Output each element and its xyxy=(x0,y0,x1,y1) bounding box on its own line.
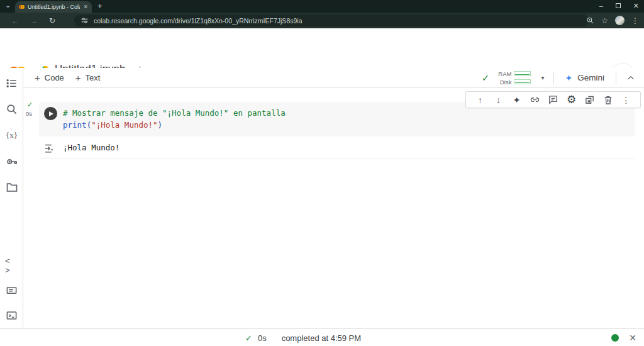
cell-more-options-icon[interactable]: ⋮ xyxy=(617,92,635,108)
output-icon[interactable] xyxy=(43,143,55,154)
resource-monitor[interactable]: RAM Disk xyxy=(498,70,531,86)
table-of-contents-icon[interactable] xyxy=(5,77,18,90)
divider xyxy=(553,72,554,84)
browser-tab[interactable]: Untitled1.ipynb - Colab ✕ xyxy=(15,1,92,13)
zoom-icon[interactable] xyxy=(586,16,594,25)
collapse-header-icon[interactable] xyxy=(626,74,635,82)
window-controls: – ✕ xyxy=(599,0,639,11)
new-tab-button[interactable]: + xyxy=(97,1,103,11)
ram-label: RAM xyxy=(498,70,511,77)
code-cell[interactable]: # Mostrar mensaje de "¡Hola Mundo!" en p… xyxy=(39,102,635,159)
files-folder-icon[interactable] xyxy=(5,181,18,194)
play-icon xyxy=(49,111,53,116)
status-check-icon: ✓ xyxy=(245,333,252,343)
status-bar-right: ✕ xyxy=(611,329,636,346)
move-cell-up-icon[interactable]: ↑ xyxy=(471,92,489,108)
run-cell-button[interactable] xyxy=(44,107,57,120)
browser-menu-icon[interactable]: ⋮ xyxy=(631,16,639,25)
add-text-label: Text xyxy=(86,73,101,82)
browser-toolbar: ← → ↻ colab.research.google.com/drive/1l… xyxy=(0,13,644,28)
cell-output-area: ¡Hola Mundo! xyxy=(39,137,635,159)
colab-favicon xyxy=(19,5,25,9)
disk-usage-bar xyxy=(514,79,531,84)
code-comment: # Mostrar mensaje de "¡Hola Mundo!" en p… xyxy=(63,108,286,118)
window-close-icon[interactable]: ✕ xyxy=(633,2,639,10)
tab-search-icon[interactable]: ⌄ xyxy=(5,1,11,9)
terminal-icon[interactable] xyxy=(5,309,18,322)
notebook-toolbar: + Code + Text ✓ RAM Disk ▾ ✦ Gemini xyxy=(23,68,644,88)
code-lines[interactable]: # Mostrar mensaje de "¡Hola Mundo!" en p… xyxy=(63,107,635,131)
browser-tab-strip: ⌄ Untitled1.ipynb - Colab ✕ + – ✕ xyxy=(0,0,644,13)
code-snippets-icon[interactable]: < > xyxy=(5,259,18,272)
cell-toolbar: ↑ ↓ ✦ ⚙ ⋮ xyxy=(465,91,641,108)
left-sidebar: {x} < > xyxy=(0,68,23,328)
code-string: "¡Hola Mundo!" xyxy=(91,120,157,130)
bookmark-star-icon[interactable]: ☆ xyxy=(601,16,608,25)
gemini-sparkle-icon: ✦ xyxy=(565,73,573,83)
status-bar: ✓ 0s completed at 4:59 PM ✕ xyxy=(0,328,644,346)
mirror-cell-icon[interactable] xyxy=(580,92,599,108)
add-text-button[interactable]: + Text xyxy=(75,72,101,83)
tab-title: Untitled1.ipynb - Colab xyxy=(28,4,80,10)
variables-icon[interactable]: {x} xyxy=(5,128,18,142)
url-text: colab.research.google.com/drive/1lZ1q8xX… xyxy=(94,17,302,25)
divider xyxy=(616,72,616,84)
connection-status-dot xyxy=(611,334,619,342)
search-icon[interactable] xyxy=(5,103,18,116)
status-exec-time: 0s xyxy=(258,333,267,343)
disk-label: Disk xyxy=(498,79,511,86)
address-bar[interactable]: colab.research.google.com/drive/1lZ1q8xX… xyxy=(74,14,589,26)
gemini-button[interactable]: ✦ Gemini xyxy=(565,73,605,83)
browser-profile-avatar[interactable] xyxy=(615,16,625,25)
toolbar-right: ✓ RAM Disk ▾ ✦ Gemini xyxy=(482,68,639,87)
tab-close-icon[interactable]: ✕ xyxy=(83,4,88,10)
add-comment-icon[interactable] xyxy=(544,92,562,108)
restore-icon[interactable] xyxy=(616,3,621,8)
colab-header: Untitled1.ipynb ☆ File Edit View Insert … xyxy=(0,28,644,68)
command-palette-icon[interactable] xyxy=(5,284,18,297)
plus-icon: + xyxy=(75,72,81,83)
output-text: ¡Hola Mundo! xyxy=(63,143,119,152)
gemini-cell-icon[interactable]: ✦ xyxy=(508,92,526,108)
cell-settings-gear-icon[interactable]: ⚙ xyxy=(562,92,580,108)
plus-icon: + xyxy=(35,72,40,83)
forward-icon[interactable]: → xyxy=(30,16,38,25)
status-close-icon[interactable]: ✕ xyxy=(629,333,636,343)
add-code-button[interactable]: + Code xyxy=(35,72,64,83)
connected-check-icon: ✓ xyxy=(482,72,490,84)
code-function: print xyxy=(63,120,87,130)
ram-usage-bar xyxy=(514,71,531,76)
runtime-dropdown-icon[interactable]: ▾ xyxy=(541,74,544,81)
cell-exec-time: 0s xyxy=(26,110,32,117)
link-to-cell-icon[interactable] xyxy=(526,92,544,108)
browser-toolbar-right: ☆ ⋮ xyxy=(586,13,639,28)
add-code-label: Code xyxy=(45,73,64,82)
secrets-key-icon[interactable] xyxy=(5,155,18,168)
delete-cell-icon[interactable] xyxy=(599,92,617,108)
cell-success-check-icon: ✓ xyxy=(27,101,33,109)
move-cell-down-icon[interactable]: ↓ xyxy=(489,92,508,108)
site-settings-icon[interactable] xyxy=(80,16,89,25)
minimize-icon[interactable]: – xyxy=(599,2,603,9)
gemini-label: Gemini xyxy=(577,73,604,82)
reload-icon[interactable]: ↻ xyxy=(49,16,55,25)
status-message: completed at 4:59 PM xyxy=(282,333,361,343)
code-paren: ) xyxy=(158,120,163,130)
back-icon[interactable]: ← xyxy=(11,16,19,25)
execution-status: ✓ 0s completed at 4:59 PM xyxy=(245,329,361,346)
